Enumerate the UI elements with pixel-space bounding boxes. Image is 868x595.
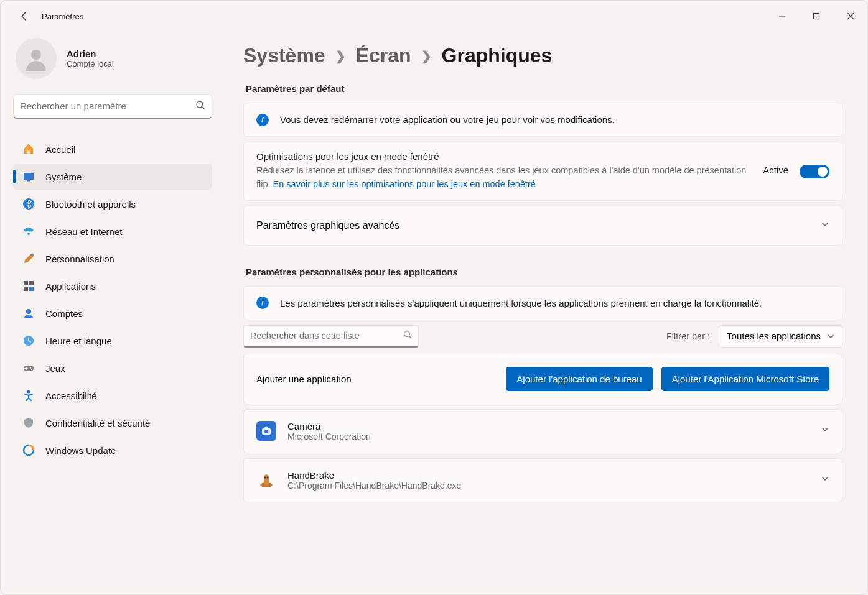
nav-privacy[interactable]: Confidentialité et sécurité [13,410,212,436]
clock-icon [22,334,35,348]
app-title: Paramètres [42,12,83,21]
window-controls [765,4,867,29]
home-icon [22,142,35,156]
svg-point-2 [31,50,41,60]
svg-line-4 [202,107,205,109]
filter-row: Filtrer par : Toutes les applications [243,325,842,348]
app-row-handbrake[interactable]: HandBrake C:\Program Files\HandBrake\Han… [243,458,842,502]
nav-update[interactable]: Windows Update [13,437,212,463]
camera-icon [256,421,276,441]
info-icon: i [256,297,269,309]
svg-point-8 [27,233,30,235]
nav-label: Heure et langue [45,336,112,346]
filter-value: Toutes les applications [727,331,821,341]
windowed-opt-toggle[interactable] [800,165,829,178]
breadcrumb: Système ❯ Écran ❯ Graphiques [243,44,842,67]
update-icon [22,443,35,457]
add-app-card: Ajouter une application Ajouter l'applic… [243,354,842,404]
advanced-graphics-label: Paramètres graphiques avancés [256,220,399,231]
chevron-right-icon: ❯ [421,48,432,63]
profile-name: Adrien [67,48,114,59]
apps-icon [22,279,35,293]
nav-label: Réseau et Internet [45,226,122,237]
close-button[interactable] [833,4,867,29]
add-app-label: Ajouter une application [256,374,497,384]
app-name: HandBrake [287,470,810,481]
chevron-down-icon [821,220,829,231]
minimize-button[interactable] [765,4,799,29]
wifi-icon [22,224,35,238]
back-button[interactable] [12,4,37,29]
breadcrumb-system[interactable]: Système [243,44,325,67]
nav-label: Comptes [45,308,83,319]
nav-list: Accueil Système Bluetooth et appareils R… [13,136,212,463]
nav-apps[interactable]: Applications [13,273,212,299]
add-desktop-app-button[interactable]: Ajouter l'application de bureau [506,367,652,391]
arrow-left-icon [19,11,29,21]
chevron-right-icon: ❯ [335,48,346,63]
bluetooth-icon [22,197,35,211]
nav-accounts[interactable]: Comptes [13,300,212,326]
section-custom-label: Paramètres personnalisés pour les applic… [246,267,842,277]
windowed-opt-desc: Réduisez la latence et utilisez des fonc… [256,164,752,191]
nav-label: Accessibilité [45,390,97,401]
search-input[interactable] [20,101,195,111]
breadcrumb-display[interactable]: Écran [356,44,411,67]
nav-accessibility[interactable]: Accessibilité [13,382,212,408]
nav-label: Confidentialité et sécurité [45,418,150,428]
titlebar: Paramètres [1,1,867,32]
breadcrumb-current: Graphiques [442,44,553,67]
nav-home[interactable]: Accueil [13,136,212,162]
app-name: Caméra [287,421,810,431]
nav-bluetooth[interactable]: Bluetooth et appareils [13,191,212,217]
search-icon [195,100,205,113]
nav-label: Accueil [45,144,75,155]
svg-point-28 [267,477,269,479]
toggle-state-label: Activé [763,151,788,175]
svg-rect-6 [27,180,30,182]
windowed-optimizations-card: Optimisations pour les jeux en mode fenê… [243,142,842,201]
profile-block[interactable]: Adrien Compte local [13,38,212,79]
nav-personalization[interactable]: Personnalisation [13,246,212,272]
info-custom-card: i Les paramètres personnalisés s'appliqu… [243,286,842,320]
svg-point-18 [31,369,33,371]
search-icon [403,330,412,341]
nav-gaming[interactable]: Jeux [13,355,212,381]
add-store-app-button[interactable]: Ajouter l'Application Microsoft Store [661,367,829,391]
maximize-icon [813,12,820,20]
nav-label: Applications [45,281,96,292]
svg-point-17 [30,367,32,369]
advanced-graphics-card[interactable]: Paramètres graphiques avancés [243,206,842,246]
app-publisher: Microsoft Corporation [287,431,810,441]
nav-system[interactable]: Système [13,164,212,190]
profile-subtitle: Compte local [67,59,114,68]
search-box[interactable] [13,94,212,119]
nav-network[interactable]: Réseau et Internet [13,218,212,244]
paintbrush-icon [22,252,35,265]
nav-time[interactable]: Heure et langue [13,328,212,354]
filter-label: Filtrer par : [666,331,710,341]
content-area: Système ❯ Écran ❯ Graphiques Paramètres … [225,32,867,594]
filter-dropdown[interactable]: Toutes les applications [719,325,842,348]
svg-rect-12 [24,287,28,291]
close-icon [847,12,854,20]
svg-rect-13 [29,287,34,291]
svg-point-19 [27,390,30,394]
minimize-icon [778,12,786,20]
info-restart-text: Vous devez redémarrer votre application … [280,113,615,126]
windowed-opt-title: Optimisations pour les jeux en mode fenê… [256,151,752,162]
info-custom-text: Les paramètres personnalisés s'appliquen… [280,297,762,310]
svg-rect-11 [29,281,34,285]
nav-label: Système [45,172,82,182]
app-row-camera[interactable]: Caméra Microsoft Corporation [243,409,842,453]
list-search-input[interactable] [250,331,403,341]
list-search-box[interactable] [243,325,419,348]
maximize-button[interactable] [799,4,833,29]
app-path: C:\Program Files\HandBrake\HandBrake.exe [287,481,810,491]
svg-point-3 [197,101,203,108]
accessibility-icon [22,389,35,402]
chevron-down-icon [827,333,834,340]
svg-point-27 [264,477,266,479]
svg-point-14 [26,309,31,314]
learn-more-link[interactable]: En savoir plus sur les optimisations pou… [273,179,536,189]
